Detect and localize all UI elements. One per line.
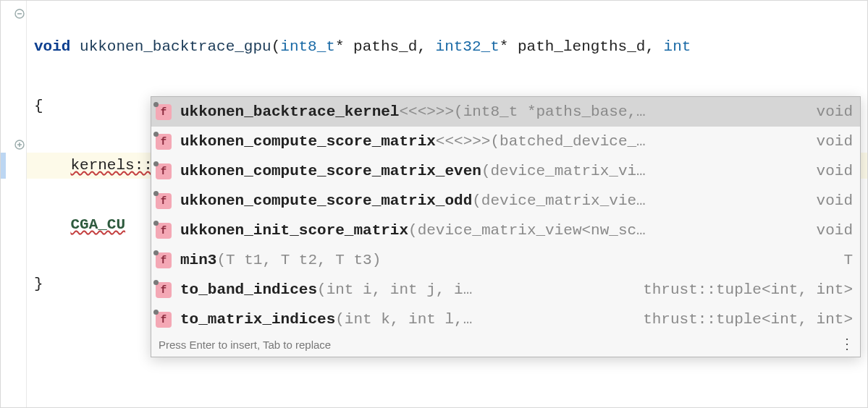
function-name: ukkonen_backtrace_gpu [70,38,271,55]
completion-return-type: thrust::tuple<int, int> [636,281,853,298]
completion-name: ukkonen_init_score_matrix [180,222,408,239]
autocomplete-item[interactable]: f ukkonen_backtrace_kernel<<<>>>(int8_t … [151,97,860,127]
completion-name: ukkonen_compute_score_matrix [180,133,436,150]
function-icon: f [156,163,172,179]
autocomplete-item[interactable]: f to_matrix_indices(int k, int l,… thrus… [151,305,860,334]
code-line[interactable]: void ukkonen_backtrace_gpu(int8_t* paths… [27,34,867,60]
autocomplete-item[interactable]: f ukkonen_compute_score_matrix_even(devi… [151,156,860,186]
completion-name: ukkonen_backtrace_kernel [180,103,399,120]
autocomplete-popup[interactable]: f ukkonen_backtrace_kernel<<<>>>(int8_t … [151,96,861,357]
completion-params: (device_matrix_view<nw_sc… [408,222,646,239]
completion-name: to_matrix_indices [180,311,335,328]
completion-return-type: void [809,222,853,239]
type-name: int32_t [436,38,500,55]
autocomplete-item[interactable]: f to_band_indices(int i, int j, i… thrus… [151,275,860,305]
function-icon: f [156,223,172,239]
completion-name: to_band_indices [180,281,317,298]
completion-params: (device_matrix_vie… [472,192,645,209]
function-icon: f [156,193,172,209]
completion-name: ukkonen_compute_score_matrix_even [180,163,481,179]
function-icon: f [156,252,172,268]
function-icon: f [156,104,172,120]
completion-params: (device_matrix_vi… [481,163,646,179]
completion-return-type: void [809,163,853,179]
function-icon: f [156,312,172,328]
completion-return-type: thrust::tuple<int, int> [636,311,853,328]
completion-return-type: T [836,252,853,268]
more-icon[interactable]: ⋮ [840,335,853,352]
completion-params: <<<>>>(int8_t *paths_base,… [399,103,645,120]
completion-params: (int i, int j, i… [317,281,472,298]
code-editor[interactable]: void ukkonen_backtrace_gpu(int8_t* paths… [0,0,868,408]
autocomplete-item[interactable]: f ukkonen_init_score_matrix(device_matri… [151,216,860,245]
completion-name: min3 [180,252,216,268]
error-text: CGA_CU [70,216,125,233]
autocomplete-item[interactable]: f min3(T t1, T t2, T t3) T [151,245,860,275]
error-text: kernels:: [70,157,152,174]
autocomplete-item[interactable]: f ukkonen_compute_score_matrix_odd(devic… [151,186,860,216]
completion-params: (int k, int l,… [335,311,472,328]
completion-return-type: void [809,133,853,150]
type-name: int8_t [280,38,335,55]
keyword: void [34,38,70,55]
autocomplete-item[interactable]: f ukkonen_compute_score_matrix<<<>>>(bat… [151,127,860,156]
completion-return-type: void [809,192,853,209]
completion-params: <<<>>>(batched_device_… [436,133,646,150]
type-name: int [664,38,691,55]
completion-return-type: void [809,103,853,120]
fold-collapse-icon[interactable] [13,7,26,20]
completion-name: ukkonen_compute_score_matrix_odd [180,192,472,209]
gutter [1,1,27,407]
function-icon: f [156,134,172,150]
autocomplete-hint: Press Enter to insert, Tab to replace ⋮ [151,334,860,357]
function-icon: f [156,282,172,298]
completion-params: (T t1, T t2, T t3) [216,252,381,268]
fold-expand-icon[interactable] [13,138,26,151]
code-line[interactable]: batched_device_matrices<nw_score_t>* sco… [27,368,867,408]
